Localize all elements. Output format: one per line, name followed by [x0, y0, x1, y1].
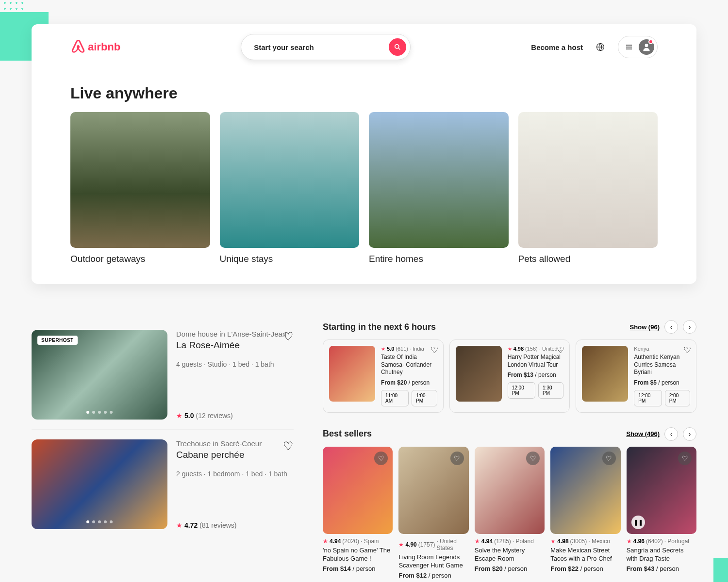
bestseller-price: From $43 / person [627, 565, 696, 572]
bestsellers-heading: Best sellers [323, 429, 372, 439]
next-button[interactable]: › [683, 320, 696, 334]
bestseller-rating: ★4.90 (1757) · United States [398, 538, 468, 551]
favorite-button[interactable]: ♡ [602, 452, 616, 465]
show-all-link[interactable]: Show (496) [626, 430, 660, 437]
user-menu[interactable] [618, 36, 658, 58]
bestseller-card[interactable]: ♡ ★4.94 (2020) · Spain 'no Spain no Game… [323, 447, 393, 579]
brand-logo[interactable]: airbnb [70, 39, 120, 55]
bestseller-card[interactable]: ♡❚❚ ★4.96 (6402) · Portugal Sangria and … [627, 447, 696, 579]
experience-card[interactable]: ♡ ★4.98(156)· United… Harry Potter Magic… [449, 340, 570, 413]
time-chip[interactable]: 1:00 PM [412, 390, 437, 406]
experience-rating: ★4.98(156)· United… [508, 346, 564, 352]
bestseller-price: From $12 / person [398, 572, 468, 579]
bestseller-title: Make Mexican Street Tacos with a Pro Che… [550, 547, 620, 563]
price-value: From $13 [508, 372, 533, 378]
time-chip[interactable]: 2:00 PM [665, 390, 690, 406]
experience-body: ★4.98(156)· United… Harry Potter Magical… [508, 346, 564, 406]
search-placeholder: Start your search [254, 43, 314, 51]
category-unique[interactable]: Unique stays [220, 112, 360, 264]
stay-card[interactable]: ♡ Treehouse in Sacré-Coeur Cabane perché… [32, 430, 294, 539]
bestseller-card[interactable]: ♡ ★4.90 (1757) · United States Living Ro… [398, 447, 468, 579]
category-pets[interactable]: Pets allowed [518, 112, 658, 264]
rating-value: 4.94 [481, 538, 493, 545]
show-all-link[interactable]: Show (96) [630, 323, 660, 331]
experience-title: Authentic Kenyan Curries Samosa Byriani [634, 354, 690, 376]
rating-value: 4.98 [513, 346, 524, 352]
prev-button[interactable]: ‹ [664, 320, 678, 334]
rating-count: (1285) [494, 538, 511, 545]
decorative-corner [713, 558, 728, 582]
time-chip[interactable]: 12:00 PM [508, 382, 535, 399]
header-right: Become a host [531, 36, 658, 58]
favorite-button[interactable]: ♡ [557, 345, 564, 356]
location: Kenya [634, 346, 649, 352]
time-chip[interactable]: 1:30 PM [538, 382, 563, 399]
rating-value: 4.72 [184, 521, 198, 529]
bestsellers-header: Best sellers Show (496) ‹ › [323, 427, 696, 441]
favorite-button[interactable]: ♡ [450, 452, 464, 465]
experience-title: Harry Potter Magical London Virtual Tour [508, 354, 564, 369]
favorite-button[interactable]: ♡ [283, 330, 294, 343]
search-button[interactable] [389, 38, 406, 56]
prev-button[interactable]: ‹ [664, 427, 678, 441]
experience-rating: Kenya [634, 346, 690, 352]
svg-line-1 [398, 48, 400, 50]
time-chips: 12:00 PM 2:00 PM [634, 390, 690, 406]
star-icon: ★ [323, 538, 328, 545]
rating-count: (1757) [418, 541, 435, 548]
stay-subtitle: Treehouse in Sacré-Coeur [176, 439, 294, 448]
live-anywhere-title: Live anywhere [32, 70, 696, 112]
star-icon: ★ [398, 541, 404, 548]
experience-card[interactable]: ♡ Kenya Authentic Kenyan Curries Samosa … [576, 340, 696, 413]
category-image [70, 112, 210, 248]
experiences-column: Starting in the next 6 hours Show (96) ‹… [323, 320, 696, 579]
carousel-dots [86, 520, 113, 523]
starting-heading: Starting in the next 6 hours [323, 322, 436, 332]
favorite-button[interactable]: ♡ [283, 439, 294, 453]
stay-title: Cabane perchée [176, 450, 294, 460]
experience-price: From $20 / person [381, 379, 437, 386]
pause-button[interactable]: ❚❚ [631, 516, 645, 529]
category-grid: Outdoor getaways Unique stays Entire hom… [32, 112, 696, 264]
category-outdoor[interactable]: Outdoor getaways [70, 112, 210, 264]
stay-image [32, 439, 167, 529]
experience-body: Kenya Authentic Kenyan Curries Samosa By… [634, 346, 690, 406]
bestseller-price: From $22 / person [550, 565, 620, 572]
search-bar[interactable]: Start your search [241, 34, 411, 60]
language-button[interactable] [591, 37, 610, 57]
stays-column: SUPERHOST ♡ Dome house in L'Anse-Saint-J… [32, 320, 294, 579]
experience-price: From $5 / person [634, 379, 690, 386]
time-chip[interactable]: 11:00 AM [381, 390, 409, 406]
bestseller-price: From $20 / person [475, 565, 545, 572]
price-per: / person [503, 565, 528, 572]
favorite-button[interactable]: ♡ [430, 345, 438, 356]
bestseller-card[interactable]: ♡ ★4.98 (3005) · Mexico Make Mexican Str… [550, 447, 620, 579]
category-image [518, 112, 658, 248]
bestseller-card[interactable]: ♡ ★4.94 (1285) · Poland Solve the Myster… [475, 447, 545, 579]
location: · Portugal [664, 538, 689, 545]
rating-count: (156) [525, 346, 538, 352]
stay-body: ♡ Treehouse in Sacré-Coeur Cabane perché… [176, 439, 294, 529]
next-button[interactable]: › [683, 427, 696, 441]
price-per: / person [351, 565, 376, 572]
superhost-badge: SUPERHOST [37, 336, 78, 345]
airbnb-logo-icon [70, 39, 86, 55]
time-chip[interactable]: 12:00 PM [634, 390, 662, 406]
bestsellers-controls: Show (496) ‹ › [626, 427, 696, 441]
experience-card[interactable]: ♡ ★5.0(611)· India Taste Of India Samosa… [323, 340, 444, 413]
bestseller-rating: ★4.94 (2020) · Spain [323, 538, 393, 545]
category-entire[interactable]: Entire homes [369, 112, 509, 264]
bestseller-rating: ★4.94 (1285) · Poland [475, 538, 545, 545]
starting-row: ♡ ★5.0(611)· India Taste Of India Samosa… [323, 340, 696, 413]
stay-title: La Rose-Aimée [176, 340, 294, 351]
favorite-button[interactable]: ♡ [678, 452, 692, 465]
lower-section: SUPERHOST ♡ Dome house in L'Anse-Saint-J… [32, 320, 696, 579]
become-host-link[interactable]: Become a host [531, 43, 583, 51]
favorite-button[interactable]: ♡ [683, 345, 691, 356]
favorite-button[interactable]: ♡ [526, 452, 540, 465]
starting-controls: Show (96) ‹ › [630, 320, 696, 334]
bestsellers-section: Best sellers Show (496) ‹ › ♡ ★4.94 (202… [323, 427, 696, 579]
favorite-button[interactable]: ♡ [374, 452, 388, 465]
bestseller-title: 'no Spain no Game' The Fabulous Game ! [323, 547, 393, 563]
stay-card[interactable]: SUPERHOST ♡ Dome house in L'Anse-Saint-J… [32, 320, 294, 430]
